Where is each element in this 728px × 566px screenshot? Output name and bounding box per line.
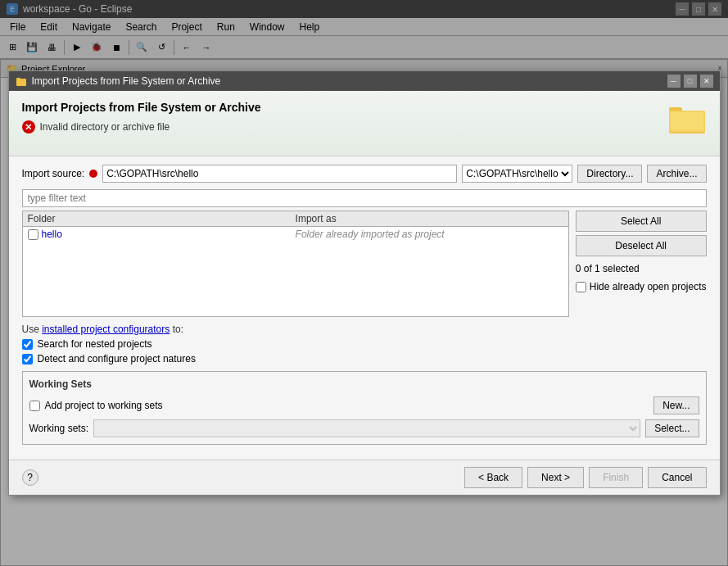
dialog-minimize-button[interactable]: ─ bbox=[667, 75, 681, 88]
file-table: Folder Import as hello Folder already im… bbox=[22, 211, 569, 317]
svg-rect-5 bbox=[671, 112, 703, 130]
working-sets-title: Working Sets bbox=[29, 378, 699, 390]
select-all-button[interactable]: Select All bbox=[576, 211, 707, 232]
dialog-close-button[interactable]: ✕ bbox=[700, 75, 713, 88]
right-buttons: Select All Deselect All 0 of 1 selected … bbox=[576, 211, 707, 317]
working-sets-select-button[interactable]: Select... bbox=[645, 419, 699, 437]
import-source-input[interactable] bbox=[102, 165, 457, 183]
footer-left: ? bbox=[22, 469, 38, 486]
file-table-header: Folder Import as bbox=[23, 211, 568, 227]
configure-natures-checkbox[interactable] bbox=[22, 354, 33, 365]
filter-input[interactable] bbox=[22, 189, 707, 207]
col-folder-header: Folder bbox=[28, 213, 296, 224]
help-button[interactable]: ? bbox=[22, 469, 38, 486]
folder-name: hello bbox=[42, 229, 62, 240]
nested-projects-row: Search for nested projects bbox=[22, 338, 707, 350]
import-source-row: Import source: C:\GOPATH\src\hello Direc… bbox=[22, 165, 707, 183]
dialog-title-text: Import Projects from File System or Arch… bbox=[32, 75, 662, 87]
import-source-dropdown[interactable]: C:\GOPATH\src\hello bbox=[462, 165, 572, 183]
installed-configurators-link[interactable]: installed project configurators bbox=[42, 324, 170, 335]
dialog-header: Import Projects from File System or Arch… bbox=[9, 91, 720, 156]
footer-right: < Back Next > Finish Cancel bbox=[464, 467, 706, 488]
working-sets-label: Working sets: bbox=[29, 423, 88, 434]
file-list-area: Folder Import as hello Folder already im… bbox=[22, 211, 707, 317]
add-working-sets-label: Add project to working sets bbox=[45, 400, 163, 411]
hide-open-projects-checkbox[interactable] bbox=[576, 282, 586, 292]
import-source-label: Import source: bbox=[22, 168, 85, 179]
dialog-body: Import source: C:\GOPATH\src\hello Direc… bbox=[9, 156, 720, 460]
selection-count: 0 of 1 selected bbox=[576, 263, 707, 274]
after-link-text: to: bbox=[173, 324, 183, 335]
working-sets-select[interactable] bbox=[93, 419, 640, 437]
nested-projects-checkbox[interactable] bbox=[22, 339, 33, 350]
configure-natures-label: Detect and configure project natures bbox=[38, 353, 196, 365]
cell-import-as: Folder already imported as project bbox=[296, 229, 563, 240]
next-button[interactable]: Next > bbox=[527, 467, 584, 488]
svg-rect-1 bbox=[16, 78, 20, 79]
add-to-working-sets-row: Add project to working sets New... bbox=[29, 396, 699, 414]
working-sets-new-button[interactable]: New... bbox=[653, 396, 699, 414]
dialog-title-icon bbox=[16, 75, 27, 87]
dialog-overlay: Import Projects from File System or Arch… bbox=[0, 0, 728, 566]
filter-row bbox=[22, 189, 707, 207]
import-dialog: Import Projects from File System or Arch… bbox=[8, 70, 721, 496]
dialog-title-controls: ─ □ ✕ bbox=[667, 75, 713, 88]
folder-svg-icon bbox=[667, 101, 707, 135]
add-working-sets-checkbox[interactable] bbox=[29, 401, 40, 411]
dialog-header-left: Import Projects from File System or Arch… bbox=[22, 101, 667, 134]
hide-open-projects-row: Hide already open projects bbox=[576, 281, 707, 292]
deselect-all-button[interactable]: Deselect All bbox=[576, 235, 707, 256]
hide-open-projects-label: Hide already open projects bbox=[590, 281, 707, 292]
dialog-maximize-button[interactable]: □ bbox=[684, 75, 697, 88]
directory-button[interactable]: Directory... bbox=[577, 165, 642, 183]
archive-button[interactable]: Archive... bbox=[647, 165, 706, 183]
dialog-footer: ? < Back Next > Finish Cancel bbox=[9, 460, 720, 495]
cell-folder: hello bbox=[28, 229, 296, 240]
nested-projects-label: Search for nested projects bbox=[38, 338, 152, 350]
option-link-row: Use installed project configurators to: bbox=[22, 324, 707, 335]
folder-icon-area bbox=[667, 101, 707, 135]
error-message: Invalid directory or archive file bbox=[40, 121, 170, 133]
options-section: Use installed project configurators to: … bbox=[22, 324, 707, 365]
working-sets-section: Working Sets Add project to working sets… bbox=[22, 371, 707, 445]
dialog-header-title: Import Projects from File System or Arch… bbox=[22, 101, 667, 114]
working-sets-input-row: Working sets: Select... bbox=[29, 419, 699, 437]
use-text: Use bbox=[22, 324, 39, 335]
col-import-as-header: Import as bbox=[296, 213, 563, 224]
svg-rect-0 bbox=[16, 79, 26, 86]
back-button[interactable]: < Back bbox=[464, 467, 522, 488]
row-checkbox[interactable] bbox=[28, 229, 38, 240]
dialog-titlebar: Import Projects from File System or Arch… bbox=[9, 71, 720, 91]
error-icon: ✕ bbox=[22, 120, 35, 134]
cancel-button[interactable]: Cancel bbox=[648, 467, 706, 488]
import-icon bbox=[16, 75, 27, 87]
configure-natures-row: Detect and configure project natures bbox=[22, 353, 707, 365]
table-row[interactable]: hello Folder already imported as project bbox=[23, 227, 568, 242]
finish-button[interactable]: Finish bbox=[589, 467, 643, 488]
dialog-header-error: ✕ Invalid directory or archive file bbox=[22, 120, 667, 134]
source-error-dot bbox=[89, 170, 97, 178]
